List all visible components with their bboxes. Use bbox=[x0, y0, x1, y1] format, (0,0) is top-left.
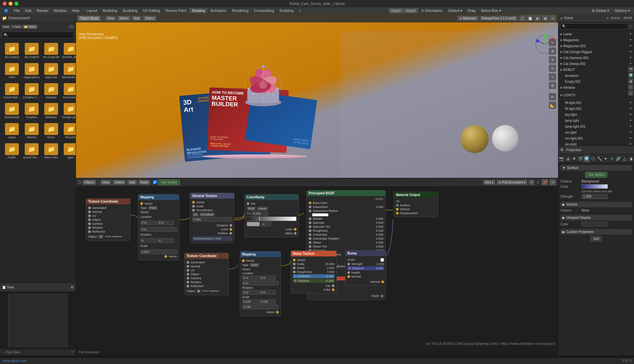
file-item[interactable]: 📁Creative Clo... bbox=[22, 82, 41, 101]
vp-tool-annotate[interactable]: ✏ bbox=[549, 93, 556, 100]
props-tab-view[interactable]: 👁 bbox=[571, 155, 577, 162]
ws-tab-shading[interactable]: Shading bbox=[189, 8, 208, 13]
outliner-filter-btn[interactable]: ▽ bbox=[629, 24, 632, 28]
map1-ry[interactable] bbox=[158, 238, 174, 243]
file-item[interactable]: 📁dwhelper bbox=[42, 102, 60, 120]
file-item[interactable]: 📁Wine Files bbox=[42, 142, 60, 161]
props-tab-modifiers[interactable]: 🔧 bbox=[596, 155, 602, 162]
ws-tab-add[interactable]: + bbox=[296, 8, 303, 13]
ne-new-btn[interactable]: + bbox=[529, 180, 535, 185]
outliner-item[interactable]: sky.light👁 bbox=[558, 141, 634, 146]
map2-type-val[interactable]: Point bbox=[250, 263, 260, 267]
file-item[interactable]: 📁Public bbox=[3, 142, 21, 161]
menu-drag[interactable]: Drag bbox=[465, 8, 478, 13]
map2-sz[interactable] bbox=[242, 305, 279, 309]
vp-maximize-btn[interactable]: ⤢ bbox=[549, 15, 556, 21]
map1-type-val[interactable]: Point bbox=[148, 206, 158, 210]
ws-tab-layout[interactable]: Layout bbox=[84, 8, 100, 13]
outliner-item[interactable]: ▶Window👁 bbox=[558, 84, 634, 90]
close-window-btn[interactable] bbox=[3, 2, 7, 6]
props-tab-world[interactable]: 🌍 bbox=[583, 155, 590, 162]
vp-render-btn[interactable]: ◉ bbox=[542, 15, 548, 21]
export-btn[interactable]: Export bbox=[389, 8, 404, 13]
surface-section-header[interactable]: ▼ Surface bbox=[560, 165, 632, 171]
ws-tab-compositing[interactable]: Compositing bbox=[251, 8, 277, 13]
ws-tab-scripting[interactable]: Scripting bbox=[277, 8, 296, 13]
cr-stop-handle[interactable] bbox=[259, 217, 260, 221]
materials-btn[interactable]: ⊙ Materials bbox=[457, 16, 478, 21]
website-link[interactable]: www.cgmol.com bbox=[3, 359, 26, 363]
vp-select-btn[interactable]: Select bbox=[117, 16, 130, 21]
outliner-item[interactable]: ▶Cat.Siamese.001👁 bbox=[558, 55, 634, 61]
map2-sy[interactable] bbox=[259, 299, 276, 304]
use-nodes-label[interactable]: Use Nodes bbox=[158, 180, 180, 185]
node-colorramp[interactable]: ColorRamp Fac RGB Linear Pos bbox=[244, 194, 299, 237]
map1-rx[interactable] bbox=[140, 238, 157, 243]
mode-selector[interactable]: Object Mode bbox=[78, 16, 101, 21]
import-btn[interactable]: Import bbox=[404, 8, 418, 13]
ws-tab-texture-paint[interactable]: Texture Paint bbox=[162, 8, 189, 13]
ne-object-btn[interactable]: Object bbox=[83, 180, 96, 185]
fb-new-btn[interactable]: + New bbox=[11, 25, 22, 29]
outliner-search-input[interactable] bbox=[560, 23, 628, 29]
menu-edit[interactable]: Edit bbox=[22, 8, 34, 13]
vp-tool-transform[interactable]: ⊞ bbox=[549, 82, 556, 89]
file-item[interactable]: 📁Movies bbox=[22, 122, 41, 141]
ws-tab-animation[interactable]: Animation bbox=[208, 8, 229, 13]
node-texture-coord-2[interactable]: Texture Coordinate Generated Normal UV O… bbox=[184, 253, 229, 295]
file-item[interactable]: 📁Downloads bbox=[3, 102, 21, 120]
ne-add-btn[interactable]: Add bbox=[127, 180, 137, 185]
file-item[interactable]: 📁3D-CoatV3 bbox=[3, 42, 21, 60]
map1-y[interactable] bbox=[158, 220, 174, 225]
file-item[interactable]: 📁Pictures bbox=[61, 122, 76, 141]
ne-view-btn[interactable]: View bbox=[100, 180, 112, 185]
node-mapping-2[interactable]: Mapping Vector TypePoint Vector Location bbox=[240, 251, 281, 316]
vp-add-btn[interactable]: Add bbox=[132, 16, 142, 21]
ws-tab-modeling[interactable]: Modeling bbox=[100, 8, 120, 13]
ws-tab-sculpting[interactable]: Sculpting bbox=[120, 8, 140, 13]
bsdf-subcolor[interactable] bbox=[312, 213, 329, 216]
menu-select-box[interactable]: Select Box ▾ bbox=[478, 8, 504, 14]
props-tab-scene[interactable]: 🎬 bbox=[577, 155, 583, 162]
outliner-item[interactable]: rim.light👁 bbox=[558, 129, 634, 135]
file-item[interactable]: 📁AppLinks bbox=[42, 62, 60, 81]
props-tab-particles[interactable]: ✦ bbox=[603, 155, 609, 162]
menu-help[interactable]: Help bbox=[69, 8, 82, 13]
vor-euclidean-btn[interactable]: Euclidean bbox=[199, 213, 215, 216]
node-canvas[interactable]: Texture Coordinate Generated Normal UV O… bbox=[76, 187, 558, 355]
props-tab-constraints[interactable]: 🔗 bbox=[615, 155, 621, 162]
outliner-item[interactable]: ▶LIGHTS👁 bbox=[558, 92, 634, 98]
outliner-item[interactable]: rim.light.001👁 bbox=[558, 135, 634, 141]
cr-alpha-input[interactable] bbox=[261, 222, 271, 226]
viewport[interactable]: Object Mode View Select Add Object ⊙ Mat… bbox=[76, 14, 558, 178]
maximize-window-btn[interactable] bbox=[15, 2, 18, 6]
ne-material-btn[interactable]: ⊙ Pot.Succulent ▾ bbox=[497, 180, 527, 185]
menu-file[interactable]: File bbox=[11, 8, 22, 13]
map2-rx[interactable] bbox=[242, 290, 259, 295]
vp-tool-rotate[interactable]: ↻ bbox=[549, 65, 556, 72]
props-tab-object[interactable]: ⬡ bbox=[590, 155, 596, 162]
outliner-item[interactable]: ▶Magazines.001👁 bbox=[558, 43, 634, 49]
file-item[interactable]: 📁Desktop bbox=[42, 82, 60, 101]
props-tab-material[interactable]: ◑ bbox=[628, 155, 634, 162]
strength-input[interactable] bbox=[581, 194, 608, 199]
menu-options[interactable]: Options ▾ bbox=[612, 8, 633, 14]
ne-slot-btn[interactable]: Slot 1 bbox=[483, 180, 496, 185]
outliner-item[interactable]: lamp.light👁 bbox=[558, 117, 634, 123]
outliner-item[interactable]: Armature👁 bbox=[558, 73, 634, 79]
cr-rgb-btn[interactable]: RGB bbox=[247, 207, 256, 211]
surface-use-nodes-btn[interactable]: Use Nodes bbox=[585, 172, 607, 178]
vd-color-picker[interactable] bbox=[581, 222, 608, 226]
file-search-input[interactable] bbox=[2, 32, 74, 38]
file-item[interactable]: 📁Quixel Mixer ... bbox=[22, 142, 41, 161]
outliner-item[interactable]: fill.light.002👁 bbox=[558, 106, 634, 112]
outliner-item[interactable]: ▶Magazines👁 bbox=[558, 37, 634, 43]
menu-orientation[interactable]: ⊙ Orientation bbox=[418, 8, 445, 14]
map1-z[interactable] bbox=[140, 227, 177, 232]
menu-default[interactable]: Default ▾ bbox=[445, 8, 465, 14]
props-tab-physics[interactable]: ⚛ bbox=[609, 155, 615, 162]
ws-tab-uv-editing[interactable]: UV Editing bbox=[140, 8, 162, 13]
filter-icon[interactable]: ▽ bbox=[71, 350, 74, 354]
volume-header[interactable]: ▶ Volume bbox=[560, 202, 632, 207]
file-item[interactable]: 📁Google Диск bbox=[61, 102, 76, 120]
